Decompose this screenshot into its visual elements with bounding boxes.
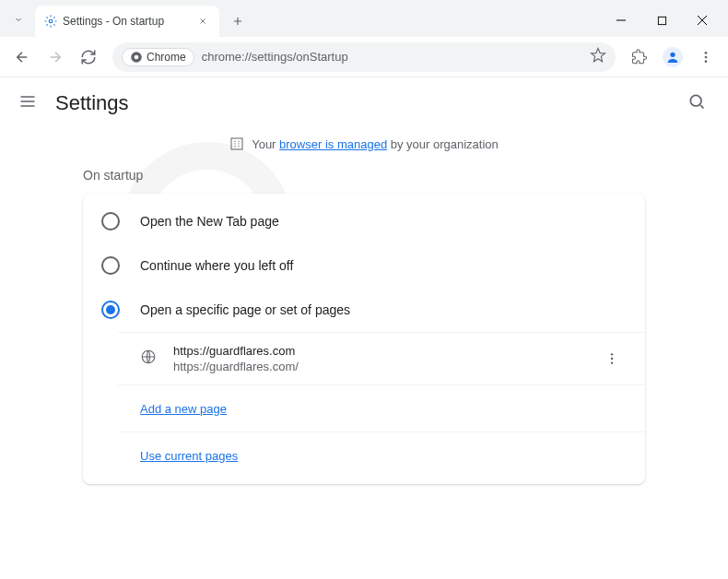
managed-banner: Your browser is managed by your organiza… (83, 136, 645, 151)
close-icon (697, 15, 708, 26)
omnibox[interactable]: Chrome chrome://settings/onStartup (112, 42, 616, 72)
forward-button[interactable] (41, 42, 70, 72)
back-button[interactable] (7, 42, 37, 72)
svg-point-8 (705, 55, 708, 58)
dots-vertical-icon (605, 351, 619, 366)
maximize-button[interactable] (641, 6, 682, 35)
chrome-chip: Chrome (122, 48, 194, 66)
startup-card: Open the New Tab page Continue where you… (83, 194, 645, 484)
svg-point-10 (690, 95, 701, 106)
svg-rect-3 (658, 17, 665, 24)
managed-link[interactable]: browser is managed (279, 137, 387, 151)
bookmark-button[interactable] (590, 47, 606, 67)
tab-title: Settings - On startup (63, 15, 190, 28)
settings-favicon-icon (44, 15, 57, 28)
svg-point-5 (135, 54, 139, 59)
close-icon (198, 17, 207, 26)
browser-toolbar: Chrome chrome://settings/onStartup (0, 37, 728, 77)
radio-label: Continue where you left off (140, 258, 293, 273)
radio-open-new-tab[interactable]: Open the New Tab page (83, 199, 645, 243)
star-icon (590, 47, 606, 64)
extensions-button[interactable] (625, 42, 654, 72)
reload-icon (80, 49, 97, 65)
browser-titlebar: Settings - On startup (0, 0, 728, 37)
startup-page-item: https://guardflares.com https://guardfla… (118, 333, 645, 384)
tab-close-button[interactable] (195, 14, 210, 29)
radio-icon (101, 212, 120, 230)
pages-subsection: https://guardflares.com https://guardfla… (118, 332, 645, 479)
new-tab-button[interactable] (225, 8, 251, 34)
arrow-right-icon (47, 49, 64, 65)
profile-button[interactable] (658, 42, 687, 72)
browser-menu-button[interactable] (691, 42, 721, 72)
radio-specific-pages[interactable]: Open a specific page or set of pages (83, 288, 645, 332)
radio-icon (101, 301, 120, 319)
hamburger-menu-button[interactable] (18, 92, 41, 114)
maximize-icon (657, 16, 667, 26)
page-url-text: https://guardflares.com/ (173, 360, 581, 373)
radio-label: Open the New Tab page (140, 214, 279, 229)
svg-point-7 (705, 52, 708, 54)
chevron-down-icon (13, 14, 24, 25)
plus-icon (231, 15, 244, 28)
puzzle-icon (631, 49, 648, 65)
building-icon (229, 136, 244, 151)
managed-suffix: by your organization (387, 137, 499, 151)
add-page-row: Add a new page (118, 384, 645, 431)
settings-content: Your browser is managed by your organiza… (0, 129, 728, 484)
tab-search-button[interactable] (6, 6, 31, 33)
arrow-left-icon (14, 49, 30, 65)
page-title: Settings (55, 91, 129, 115)
chrome-logo-icon (130, 51, 143, 64)
page-text: https://guardflares.com https://guardfla… (173, 344, 581, 373)
search-icon (687, 92, 706, 111)
reload-button[interactable] (74, 42, 103, 72)
search-settings-button[interactable] (687, 92, 710, 114)
section-label: On startup (83, 168, 645, 183)
use-current-row: Use current pages (118, 431, 645, 479)
add-page-link[interactable]: Add a new page (140, 402, 227, 416)
page-title-text: https://guardflares.com (173, 344, 581, 358)
radio-continue[interactable]: Continue where you left off (83, 243, 645, 288)
svg-point-6 (670, 52, 675, 56)
menu-icon (18, 92, 37, 111)
managed-prefix: Your (252, 137, 279, 151)
svg-point-15 (611, 361, 613, 363)
svg-point-9 (705, 60, 708, 63)
svg-point-2 (49, 19, 53, 23)
svg-point-14 (611, 358, 613, 360)
chrome-chip-label: Chrome (147, 51, 186, 64)
dots-vertical-icon (699, 50, 713, 65)
minimize-button[interactable] (601, 6, 641, 35)
settings-header: Settings (0, 77, 728, 129)
minimize-icon (616, 15, 627, 26)
avatar-icon (663, 47, 683, 67)
use-current-link[interactable]: Use current pages (140, 449, 238, 463)
omnibox-url: chrome://settings/onStartup (202, 50, 582, 64)
toolbar-actions (625, 42, 721, 72)
close-window-button[interactable] (682, 6, 722, 35)
radio-icon (101, 256, 120, 275)
svg-rect-11 (231, 138, 242, 149)
browser-tab[interactable]: Settings - On startup (35, 6, 219, 37)
svg-point-13 (611, 353, 613, 355)
page-more-button[interactable] (597, 344, 627, 373)
radio-label: Open a specific page or set of pages (140, 302, 350, 317)
globe-icon (140, 349, 157, 369)
window-controls (601, 6, 722, 35)
